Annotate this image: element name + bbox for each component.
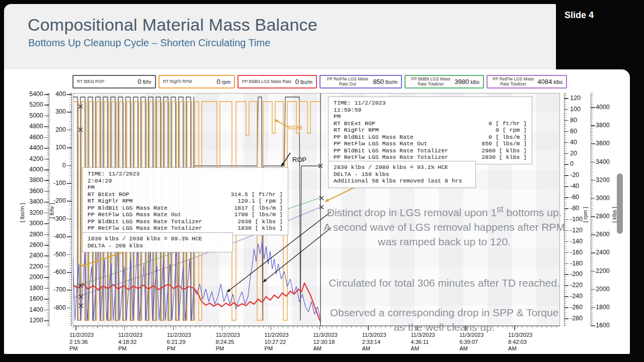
legend-item[interactable]: PP BldBit LGS Mass Rate Totalizer3980klb… bbox=[405, 75, 484, 88]
tooltip-value: 2830 [ klbs ] bbox=[481, 154, 527, 161]
legend-item-value: 3980klbs bbox=[454, 78, 479, 85]
tooltip-value: 1817 [ lbs/m ] bbox=[234, 205, 283, 212]
axis-major-tick bbox=[564, 142, 569, 143]
axis-tick-label: 300 bbox=[45, 108, 66, 115]
axis-major-tick bbox=[67, 94, 71, 95]
legend-item[interactable]: PP RetFlw LGS Mass Rate Out850lbs/m bbox=[319, 75, 402, 88]
axis-tick-label: 1400 bbox=[20, 306, 43, 313]
axis-major-tick bbox=[44, 223, 49, 224]
axis-tick-label: -100 bbox=[45, 179, 66, 187]
axis-tick-label: 2000 bbox=[20, 274, 43, 281]
legend-item-unit: rpm bbox=[222, 79, 230, 85]
x-axis-tick-label-line: 4:36:11 bbox=[411, 339, 451, 346]
tooltip-field: RT RigFlr RPM bbox=[88, 198, 133, 205]
x-axis-tick-label-line: 2:33:14 bbox=[362, 339, 402, 346]
axis-tick-label: -800 bbox=[45, 304, 66, 311]
slide-number: Slide 4 bbox=[556, 10, 602, 21]
axis-tick-label: 5200 bbox=[20, 101, 43, 108]
hce-summary-2: 2830 klbs / 2980 klbs = 93.1% HCEDELTA -… bbox=[328, 161, 476, 188]
x-axis-tick-label-line: 4:18:32 bbox=[118, 339, 158, 346]
x-marker bbox=[79, 304, 83, 308]
hce-summary-line: 2830 klbs / 2980 klbs = 93.1% HCE bbox=[334, 164, 470, 171]
x-axis-major-tick bbox=[222, 326, 223, 330]
tooltip-row: RT RigFlr RPM120.1 [ rpm ] bbox=[88, 198, 283, 205]
tooltip-field: RT BtExt ROP bbox=[88, 191, 129, 198]
x-axis-major-tick bbox=[124, 326, 125, 330]
axis-tick-label: -40 bbox=[570, 183, 592, 190]
axis-tick-label: 5400 bbox=[20, 90, 43, 98]
tooltip-field: PP RetFlw LGS Mass Rate Totalizer bbox=[334, 154, 448, 161]
tooltip-header-line: TIME: 11/2/2023 bbox=[88, 170, 283, 177]
axis-unit-rpm: [ rpm ] bbox=[582, 199, 588, 230]
x-axis-tick-label-line: PM bbox=[118, 345, 158, 352]
legend-item[interactable]: PP RetFlw LGS Mass Rate Totalizer4084klb… bbox=[487, 75, 567, 88]
x-axis-tick-label: 11/2/202310:27:22PM bbox=[265, 332, 305, 352]
tooltip-row: PP RetFlw LGS Mass Rate Out1709 [ lbs/m … bbox=[88, 211, 283, 218]
axis-tick-label: 3400 bbox=[596, 158, 620, 165]
tooltip-row: RT BtExt ROP0 [ ft/hr ] bbox=[334, 120, 527, 127]
scrollbar-thumb[interactable] bbox=[617, 173, 623, 234]
tooltip-field: PP BldBit LGS Mass Rate bbox=[334, 134, 414, 141]
axis-tick-label: -100 bbox=[570, 216, 592, 223]
x-axis-tick-label-line: 11/2/2023 bbox=[265, 332, 305, 339]
axis-major-tick bbox=[564, 186, 569, 187]
axis-major-tick bbox=[67, 201, 71, 202]
hce-summary-line: DELTA - 150 klbs bbox=[334, 171, 470, 178]
axis-major-tick bbox=[564, 131, 569, 132]
axis-tick-label: -140 bbox=[570, 238, 592, 245]
legend-item-unit: lbs/m bbox=[385, 79, 397, 85]
axis-tick-label: -180 bbox=[570, 260, 592, 267]
x-axis-tick-label-line: 6:21:29 bbox=[167, 339, 207, 346]
tooltip-field: PP RetFlw LGS Mass Rate Totalizer bbox=[88, 225, 202, 232]
axis-tick-label: 20 bbox=[570, 150, 592, 157]
axis-tick-label: 60 bbox=[570, 128, 592, 135]
axis-major-tick bbox=[564, 120, 569, 121]
axis-unit-lbsm: [ lbs/m ] bbox=[19, 197, 25, 228]
note-lgs-drop: Distinct drop in LGS removal upon 1st bo… bbox=[323, 202, 566, 249]
axis-major-tick bbox=[564, 274, 569, 275]
x-axis-tick-label: 11/2/20232:15:36PM bbox=[69, 332, 110, 352]
rop-pointer bbox=[281, 153, 290, 166]
axis-tick-label: 1800 bbox=[596, 304, 620, 311]
tooltip-field: PP BldBit LGS Mass Rate Totalizer bbox=[88, 218, 202, 225]
axis-major-tick bbox=[44, 320, 49, 321]
axis-tick-label: 2200 bbox=[20, 263, 43, 270]
axis-major-tick bbox=[564, 197, 569, 198]
axis-major-tick bbox=[44, 277, 49, 278]
axis-tick-label: 1600 bbox=[20, 295, 43, 302]
legend-item[interactable]: RT BtExt ROP0ft/hr bbox=[72, 75, 156, 88]
axis-tick-label: -20 bbox=[570, 171, 592, 178]
axis-major-tick bbox=[591, 180, 595, 181]
x-axis-major-tick bbox=[173, 326, 174, 330]
axis-major-tick bbox=[67, 308, 71, 309]
axis-major-tick bbox=[564, 153, 569, 154]
legend-item-value: 850lbs/m bbox=[373, 78, 397, 85]
tooltip-field: PP BldBit LGS Mass Rate bbox=[88, 205, 168, 212]
legend-item-label: RT BtExt ROP bbox=[77, 79, 104, 84]
tooltip-header-line: PM bbox=[334, 113, 527, 120]
axis-tick-label: 2800 bbox=[20, 231, 43, 238]
legend-item-value: 0ft/hr bbox=[138, 78, 151, 85]
x-axis-tick-label-line: AM bbox=[362, 345, 402, 352]
legend-item[interactable]: PP BldBit LGS Mass Rate0lbs/m bbox=[237, 75, 317, 88]
axis-tick-label: 2400 bbox=[596, 249, 620, 256]
x-axis-tick-label-line: 11/2/2023 bbox=[216, 332, 256, 339]
axis-tick-label: -400 bbox=[45, 233, 66, 240]
axis-major-tick bbox=[67, 236, 71, 237]
tooltip-row: RT RigFlr RPM0 [ rpm ] bbox=[334, 127, 527, 134]
axis-major-tick bbox=[591, 234, 595, 235]
axis-tick-label: 2400 bbox=[20, 252, 43, 259]
page-subtitle: Bottoms Up Cleanup Cycle – Shorten Circu… bbox=[28, 37, 270, 49]
legend-item-label: RT RigFlr RPM bbox=[163, 79, 192, 84]
axis-major-tick bbox=[67, 112, 71, 113]
x-axis-major-tick bbox=[271, 326, 272, 330]
axis-tick-label: 4000 bbox=[20, 166, 43, 173]
axis-tick-label: -700 bbox=[45, 286, 66, 293]
axis-major-tick bbox=[591, 107, 595, 108]
axis-tick-label: -600 bbox=[45, 268, 66, 276]
x-axis-tick-label-line: 10:27:22 bbox=[265, 339, 305, 346]
tooltip-value: 314.5 [ ft/hr ] bbox=[230, 191, 283, 198]
tooltip-row: PP RetFlw LGS Mass Rate Out850 [ lbs/m ] bbox=[334, 140, 527, 147]
tooltip-value: 850 [ lbs/m ] bbox=[481, 140, 527, 147]
legend-item[interactable]: RT RigFlr RPM0rpm bbox=[158, 75, 235, 88]
